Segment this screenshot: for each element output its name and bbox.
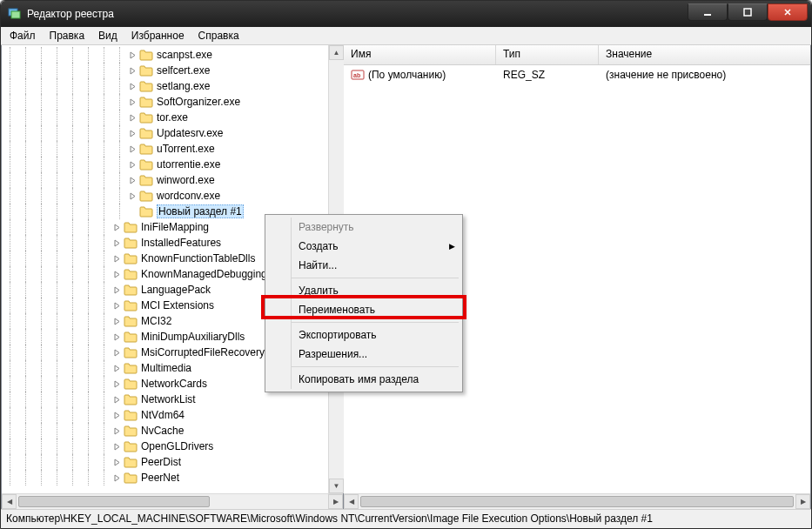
maximize-button[interactable]: [728, 3, 768, 21]
close-button[interactable]: [768, 3, 808, 21]
svg-rect-1: [11, 11, 20, 18]
context-menu-item-label: Найти...: [299, 259, 337, 271]
scroll-left-icon[interactable]: ◀: [344, 494, 359, 509]
folder-icon: [124, 346, 138, 358]
expand-icon[interactable]: [127, 81, 138, 91]
expand-icon[interactable]: [111, 441, 122, 452]
tree-item-label: IniFileMapping: [141, 221, 209, 233]
tree-item[interactable]: uTorrent.exe: [2, 141, 328, 157]
context-menu-item[interactable]: Удалить: [292, 281, 460, 300]
tree-item[interactable]: scanpst.exe: [2, 47, 328, 63]
context-menu-item[interactable]: Найти...: [292, 256, 460, 275]
folder-icon: [139, 143, 153, 155]
svg-rect-3: [744, 9, 751, 16]
menu-view[interactable]: Вид: [91, 27, 124, 44]
tree-item[interactable]: NvCache: [2, 423, 328, 439]
folder-icon: [139, 205, 153, 218]
expand-icon[interactable]: [127, 97, 138, 107]
tree-item[interactable]: utorrentie.exe: [2, 157, 328, 172]
context-menu-item[interactable]: Разрешения...: [292, 345, 460, 364]
expand-icon[interactable]: [111, 285, 122, 295]
tree-item-label: Новый раздел #1: [157, 204, 244, 218]
expand-icon[interactable]: [127, 50, 138, 60]
folder-icon: [124, 393, 138, 405]
tree-item-label: NtVdm64: [141, 409, 185, 421]
tree-item[interactable]: SoftOrganizer.exe: [2, 94, 328, 110]
folder-icon: [124, 268, 138, 280]
string-value-icon: ab: [351, 68, 365, 82]
tree-item[interactable]: PeerDist: [2, 454, 328, 470]
expand-icon[interactable]: [111, 222, 122, 232]
menu-file[interactable]: Файл: [3, 27, 43, 44]
tree-item-label: tor.exe: [157, 111, 188, 124]
tree-item[interactable]: selfcert.exe: [2, 63, 328, 78]
tree-item[interactable]: wordconv.exe: [2, 188, 328, 204]
scroll-right-icon[interactable]: ▶: [328, 494, 343, 509]
context-menu-item[interactable]: Копировать имя раздела: [292, 370, 460, 389]
tree-horizontal-scrollbar[interactable]: ◀ ▶: [2, 493, 343, 508]
context-menu-item-label: Удалить: [299, 285, 339, 297]
expand-icon[interactable]: [127, 191, 138, 201]
expand-icon[interactable]: [111, 269, 122, 279]
folder-icon: [124, 237, 138, 249]
expand-icon[interactable]: [127, 112, 138, 123]
expand-icon[interactable]: [127, 175, 138, 185]
expand-icon[interactable]: [111, 347, 122, 358]
tree-item[interactable]: winword.exe: [2, 172, 328, 188]
expand-icon[interactable]: [111, 300, 122, 311]
tree-item-label: wordconv.exe: [157, 190, 220, 202]
tree-item[interactable]: OpenGLDrivers: [2, 439, 328, 454]
column-type[interactable]: Тип: [496, 45, 599, 64]
context-menu-item[interactable]: Создать▶: [292, 237, 460, 256]
folder-icon: [139, 127, 153, 139]
expand-icon[interactable]: [127, 159, 138, 170]
context-menu-item[interactable]: Переименовать: [292, 300, 460, 319]
scroll-left-icon[interactable]: ◀: [2, 494, 17, 509]
tree-item-label: Multimedia: [141, 362, 191, 374]
scroll-thumb[interactable]: [360, 496, 794, 507]
expand-icon[interactable]: [111, 238, 122, 248]
tree-item[interactable]: Updatesrv.exe: [2, 125, 328, 141]
expand-icon[interactable]: [111, 363, 122, 373]
tree-item[interactable]: setlang.exe: [2, 78, 328, 94]
folder-icon: [124, 378, 138, 390]
tree-item[interactable]: PeerNet: [2, 470, 328, 485]
menu-favorites[interactable]: Избранное: [124, 27, 191, 44]
scroll-thumb[interactable]: [18, 496, 210, 507]
scroll-up-icon[interactable]: ▲: [329, 45, 344, 60]
menu-edit[interactable]: Правка: [43, 27, 92, 44]
expand-icon[interactable]: [111, 394, 122, 405]
expand-icon[interactable]: [111, 253, 122, 264]
value-row[interactable]: ab (По умолчанию) REG_SZ (значение не пр…: [344, 67, 810, 83]
window-title: Редактор реестра: [27, 8, 114, 20]
expand-icon[interactable]: [111, 378, 122, 389]
tree-item-label: LanguagePack: [141, 284, 211, 296]
expand-icon[interactable]: [111, 316, 122, 326]
value-data: (значение не присвоено): [599, 69, 810, 81]
expand-icon[interactable]: [111, 410, 122, 420]
values-horizontal-scrollbar[interactable]: ◀ ▶: [344, 493, 810, 508]
column-name[interactable]: Имя: [344, 45, 496, 64]
registry-editor-window: Редактор реестра Файл Правка Вид Избранн…: [0, 0, 812, 529]
expand-icon[interactable]: [127, 144, 138, 154]
scroll-right-icon[interactable]: ▶: [795, 494, 810, 509]
tree-item[interactable]: NtVdm64: [2, 407, 328, 423]
context-menu-item[interactable]: Экспортировать: [292, 325, 460, 345]
menu-help[interactable]: Справка: [191, 27, 246, 44]
tree-item-label: NvCache: [141, 425, 184, 437]
expand-icon[interactable]: [111, 457, 122, 467]
expand-icon[interactable]: [127, 128, 138, 138]
tree-item-label: MsiCorruptedFileRecovery: [141, 346, 265, 358]
folder-icon: [139, 64, 153, 77]
tree-item[interactable]: NetworkList: [2, 392, 328, 407]
minimize-button[interactable]: [688, 3, 728, 21]
expand-icon[interactable]: [127, 65, 138, 76]
expand-icon[interactable]: [111, 425, 122, 436]
column-value[interactable]: Значение: [599, 45, 810, 64]
statusbar: Компьютер\HKEY_LOCAL_MACHINE\SOFTWARE\Mi…: [1, 509, 811, 528]
tree-item[interactable]: tor.exe: [2, 110, 328, 125]
context-menu: РазвернутьСоздать▶Найти...УдалитьПереиме…: [265, 214, 463, 392]
expand-icon[interactable]: [111, 331, 122, 342]
expand-icon[interactable]: [111, 472, 122, 483]
scroll-down-icon[interactable]: ▼: [329, 479, 344, 493]
